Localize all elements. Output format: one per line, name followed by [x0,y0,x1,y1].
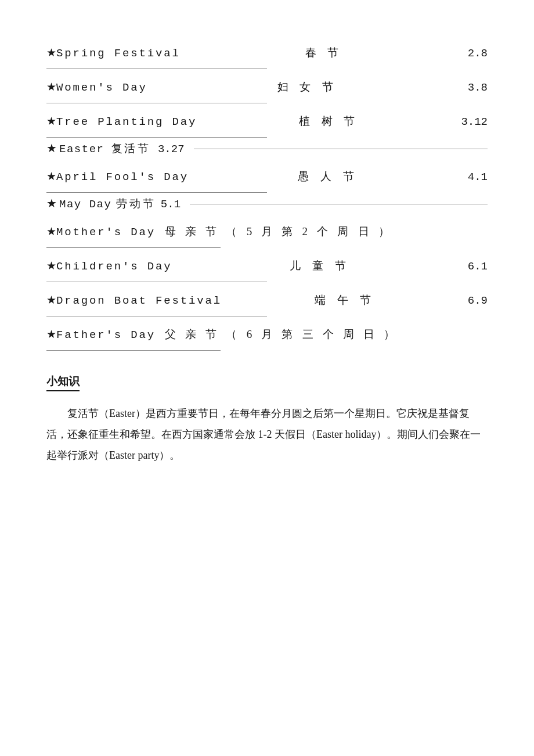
star-icon-spring: ★ [46,46,56,59]
festival-list: ★ Spring Festival 春 节 2.8 ★ Women's Day … [46,35,488,351]
festival-item-womens: ★ Women's Day 妇 女 节 3.8 [46,69,488,103]
festival-date-womens: 3.8 [468,81,488,94]
festival-chinese-tree: 植 树 节 [299,114,360,129]
festival-chinese-dragonboat: 端 午 节 [315,293,376,308]
festival-date-tree: 3.12 [461,116,488,128]
festival-row-tree: ★ Tree Planting Day 植 树 节 3.12 [46,103,488,135]
festival-row-fools: ★ April Fool's Day 愚 人 节 4.1 [46,159,488,190]
festival-row-easter: ★ Easter 复活节 3.27 [46,138,488,159]
line-after-mayday [190,204,488,204]
star-icon-fathers: ★ [46,327,56,341]
festival-item-fools: ★ April Fool's Day 愚 人 节 4.1 [46,159,488,193]
festival-row-mayday: ★ May Day 劳动节 5.1 [46,193,488,214]
star-icon-mothers: ★ [46,225,56,238]
festival-english-mothers: Mother's Day [56,226,156,239]
festival-item-spring: ★ Spring Festival 春 节 2.8 [46,35,488,69]
star-icon-easter: ★ [46,141,57,155]
festival-chinese-mayday: 劳动节 [116,196,156,211]
festival-row-spring: ★ Spring Festival 春 节 2.8 [46,35,488,66]
festival-english-spring: Spring Festival [56,47,181,60]
festival-row-dragonboat: ★ Dragon Boat Festival 端 午 节 6.9 [46,282,488,314]
star-icon-womens: ★ [46,80,56,93]
festival-english-tree: Tree Planting Day [56,116,197,128]
star-icon-tree: ★ [46,114,56,128]
star-icon-mayday: ★ [46,196,57,210]
festival-english-dragonboat: Dragon Boat Festival [56,294,222,307]
festival-chinese-fathers: 父 亲 节 （ 6 月 第 三 个 周 日 ） [165,327,398,342]
festival-row-fathers: ★ Father's Day 父 亲 节 （ 6 月 第 三 个 周 日 ） [46,316,488,348]
festival-date-spring: 2.8 [468,47,488,60]
festival-chinese-easter: 复活节 [111,141,151,156]
festival-item-easter: ★ Easter 复活节 3.27 [46,138,488,159]
knowledge-title: 小知识 [46,374,80,391]
knowledge-text: 复活节（Easter）是西方重要节日，在每年春分月圆之后第一个星期日。它庆祝是基… [46,403,488,466]
festival-chinese-childrens: 儿 童 节 [290,258,351,273]
festival-item-fathers: ★ Father's Day 父 亲 节 （ 6 月 第 三 个 周 日 ） [46,316,488,351]
divider-fathers [46,350,221,351]
festival-date-childrens: 6.1 [468,260,488,273]
star-icon-fools: ★ [46,170,56,183]
festival-item-dragonboat: ★ Dragon Boat Festival 端 午 节 6.9 [46,282,488,316]
festival-row-childrens: ★ Children's Day 儿 童 节 6.1 [46,248,488,279]
festival-english-fools: April Fool's Day [56,171,189,183]
festival-item-mothers: ★ Mother's Day 母 亲 节 （ 5 月 第 2 个 周 日 ） [46,214,488,248]
festival-chinese-spring: 春 节 [305,45,344,60]
festival-row-womens: ★ Women's Day 妇 女 节 3.8 [46,69,488,100]
knowledge-paragraph: 复活节（Easter）是西方重要节日，在每年春分月圆之后第一个星期日。它庆祝是基… [46,403,488,466]
line-after-easter [194,149,488,149]
festival-date-mayday: 5.1 [161,198,181,211]
star-icon-dragonboat: ★ [46,293,56,307]
knowledge-section: 小知识 复活节（Easter）是西方重要节日，在每年春分月圆之后第一个星期日。它… [46,374,488,466]
festival-item-tree: ★ Tree Planting Day 植 树 节 3.12 [46,103,488,138]
festival-chinese-mothers: 母 亲 节 （ 5 月 第 2 个 周 日 ） [165,224,392,239]
festival-item-mayday: ★ May Day 劳动节 5.1 [46,193,488,214]
festival-english-easter: Easter [59,143,104,156]
festival-english-womens: Women's Day [56,81,147,94]
festival-date-fools: 4.1 [468,171,488,183]
festival-chinese-womens: 妇 女 节 [277,80,338,95]
festival-english-childrens: Children's Day [56,260,172,273]
festival-item-childrens: ★ Children's Day 儿 童 节 6.1 [46,248,488,282]
festival-date-easter: 3.27 [158,143,185,156]
festival-chinese-fools: 愚 人 节 [298,169,359,184]
festival-row-mothers: ★ Mother's Day 母 亲 节 （ 5 月 第 2 个 周 日 ） [46,214,488,245]
festival-date-dragonboat: 6.9 [468,294,488,307]
festival-english-mayday: May Day [59,198,111,211]
festival-english-fathers: Father's Day [56,329,156,341]
star-icon-childrens: ★ [46,259,56,272]
